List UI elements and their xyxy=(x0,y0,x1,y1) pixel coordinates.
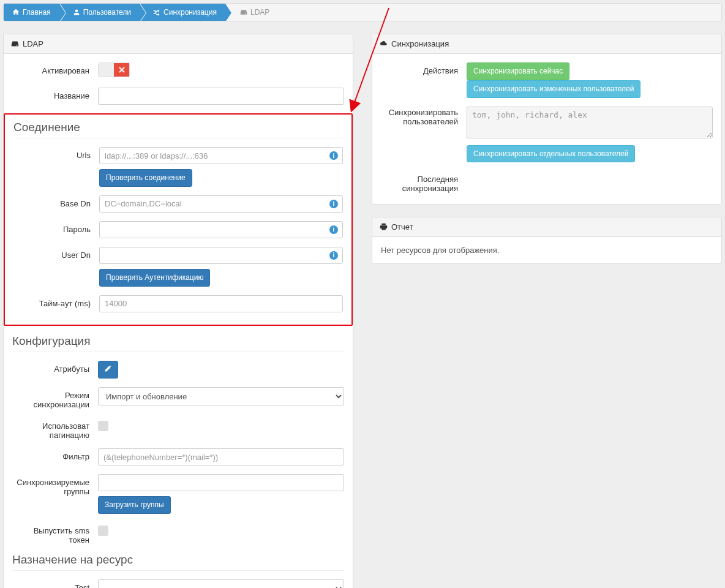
urls-label: Urls xyxy=(13,147,99,160)
sync-users-label: Синхронизировать пользователей xyxy=(381,107,467,126)
last-sync-label: Последняя синхронизация xyxy=(381,171,467,193)
hdd-icon xyxy=(240,9,247,16)
sync-mode-select[interactable]: Импорт и обновление xyxy=(98,387,344,405)
sync-users-textarea[interactable] xyxy=(467,107,713,138)
cloud-icon xyxy=(380,40,388,48)
timeout-label: Тайм-аут (ms) xyxy=(13,295,99,308)
user-dn-input[interactable] xyxy=(99,247,343,264)
sync-selected-button[interactable]: Синхронизировать отдельных пользователей xyxy=(467,145,635,163)
edit-attributes-button[interactable] xyxy=(98,361,118,379)
user-icon xyxy=(73,9,80,16)
config-section-title: Конфигурация xyxy=(12,334,344,348)
test-auth-button[interactable]: Проверить Аутентификацию xyxy=(99,269,210,287)
resource-test-label[interactable]: Test xyxy=(12,579,98,588)
breadcrumb-home-label: Главная xyxy=(23,8,51,17)
use-pagination-checkbox[interactable] xyxy=(98,421,108,431)
skip-sms-checkbox[interactable] xyxy=(98,526,108,536)
edit-icon xyxy=(104,364,112,372)
base-dn-input[interactable] xyxy=(99,195,343,213)
breadcrumb-sync[interactable]: Синхронизация xyxy=(140,4,225,21)
breadcrumb-users-label: Пользователи xyxy=(83,8,131,17)
password-input[interactable] xyxy=(99,221,343,238)
name-label: Название xyxy=(12,88,98,100)
info-icon[interactable]: i xyxy=(329,251,338,260)
sync-panel-title: Синхронизация xyxy=(372,34,721,54)
breadcrumb-home[interactable]: Главная xyxy=(4,4,59,21)
timeout-input[interactable] xyxy=(99,295,343,312)
base-dn-label: Base Dn xyxy=(13,195,99,208)
ldap-panel: LDAP Активирован Название xyxy=(3,34,353,588)
info-icon[interactable]: i xyxy=(329,225,338,234)
shuffle-icon xyxy=(153,9,160,16)
sync-groups-label: Синхронизируемые группы xyxy=(12,474,98,496)
sync-groups-input[interactable] xyxy=(98,474,344,491)
filter-label: Фильтр xyxy=(12,448,98,461)
filter-input[interactable] xyxy=(98,448,344,466)
close-icon xyxy=(119,67,125,73)
print-icon xyxy=(380,223,388,231)
sync-mode-label: Режим синхронизации xyxy=(12,387,98,409)
info-icon[interactable]: i xyxy=(329,151,338,160)
breadcrumb: Главная Пользователи Синхронизация LDAP xyxy=(3,3,722,21)
home-icon xyxy=(12,9,20,16)
breadcrumb-ldap: LDAP xyxy=(225,4,278,21)
activated-label: Активирован xyxy=(12,62,98,75)
info-icon[interactable]: i xyxy=(329,200,338,208)
sync-now-button[interactable]: Синхронизировать сейчас xyxy=(467,62,569,80)
use-pagination-label: Использоват пагинацию xyxy=(12,418,98,440)
sync-changed-button[interactable]: Синхронизировать измененных пользователе… xyxy=(467,80,640,98)
connection-section-title: Соединение xyxy=(13,121,343,134)
hdd-icon xyxy=(11,40,19,48)
report-panel-title-text: Отчет xyxy=(391,222,413,232)
load-groups-button[interactable]: Загрузить группы xyxy=(98,496,171,514)
breadcrumb-ldap-label: LDAP xyxy=(250,8,269,17)
name-input[interactable] xyxy=(98,88,344,105)
ldap-panel-title-text: LDAP xyxy=(23,39,43,48)
actions-label: Действия xyxy=(381,62,467,75)
ldap-panel-title: LDAP xyxy=(4,34,353,54)
resource-section-title: Назначение на ресурс xyxy=(12,553,344,567)
password-label: Пароль xyxy=(13,221,99,234)
breadcrumb-sync-label: Синхронизация xyxy=(163,8,217,17)
no-resources-text: Нет ресурсов для отображения. xyxy=(381,246,499,255)
skip-sms-label: Выпустить sms токен xyxy=(12,522,98,545)
resource-test-select[interactable] xyxy=(98,579,344,588)
report-panel-title: Отчет xyxy=(372,217,721,237)
breadcrumb-users[interactable]: Пользователи xyxy=(59,4,140,21)
report-panel: Отчет Нет ресурсов для отображения. xyxy=(372,217,722,264)
activated-toggle[interactable] xyxy=(98,62,130,77)
urls-input[interactable] xyxy=(99,147,343,164)
sync-panel: Синхронизация Действия Синхронизировать … xyxy=(372,34,722,205)
attributes-label: Атрибуты xyxy=(12,361,98,374)
test-connection-button[interactable]: Проверить соединение xyxy=(99,169,192,187)
user-dn-label: User Dn xyxy=(13,247,99,260)
sync-panel-title-text: Синхронизация xyxy=(391,39,449,48)
